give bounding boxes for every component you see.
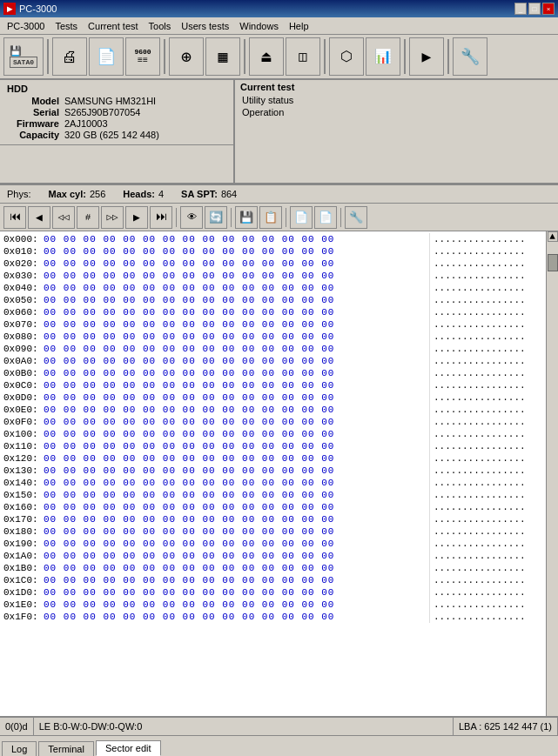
hex-ascii[interactable]: ................ [429, 440, 542, 452]
eject-button[interactable]: ⏏ [249, 37, 284, 76]
hex-bytes[interactable]: 00 00 00 00 00 00 00 00 00 00 00 00 00 0… [44, 562, 429, 574]
prev-button[interactable]: ◁◁ [52, 206, 75, 229]
hex-bytes[interactable]: 00 00 00 00 00 00 00 00 00 00 00 00 00 0… [44, 611, 429, 623]
refresh-button[interactable]: 🔄 [205, 206, 227, 229]
hex-ascii[interactable]: ................ [429, 550, 542, 562]
hex-bytes[interactable]: 00 00 00 00 00 00 00 00 00 00 00 00 00 0… [44, 550, 429, 562]
target-button[interactable]: ⊕ [169, 37, 204, 76]
hex-bytes[interactable]: 00 00 00 00 00 00 00 00 00 00 00 00 00 0… [44, 501, 429, 513]
hex-row[interactable]: 0x1B0: 00 00 00 00 00 00 00 00 00 00 00 … [3, 562, 542, 574]
hex-bytes[interactable]: 00 00 00 00 00 00 00 00 00 00 00 00 00 0… [44, 574, 429, 586]
hex-row[interactable]: 0x160: 00 00 00 00 00 00 00 00 00 00 00 … [3, 501, 542, 513]
close-button[interactable]: × [542, 3, 555, 15]
next-sector-button[interactable]: ▶ [125, 206, 148, 229]
hex-row[interactable]: 0x010: 00 00 00 00 00 00 00 00 00 00 00 … [3, 245, 542, 258]
hex-row[interactable]: 0x090: 00 00 00 00 00 00 00 00 00 00 00 … [3, 343, 542, 355]
hex-row[interactable]: 0x000: 00 00 00 00 00 00 00 00 00 00 00 … [3, 233, 542, 245]
hex-ascii[interactable]: ................ [429, 586, 542, 599]
scrollbar[interactable]: ▲ [546, 231, 558, 716]
hex-ascii[interactable]: ................ [429, 599, 542, 611]
hex-bytes[interactable]: 00 00 00 00 00 00 00 00 00 00 00 00 00 0… [44, 599, 429, 611]
hex-bytes[interactable]: 00 00 00 00 00 00 00 00 00 00 00 00 00 0… [44, 391, 429, 404]
hex-row[interactable]: 0x120: 00 00 00 00 00 00 00 00 00 00 00 … [3, 452, 542, 465]
goto-start-button[interactable]: ⏮ [3, 206, 26, 229]
menu-windows[interactable]: Windows [234, 19, 284, 33]
hex-row[interactable]: 0x130: 00 00 00 00 00 00 00 00 00 00 00 … [3, 465, 542, 477]
tab-sector-edit[interactable]: Sector edit [96, 740, 161, 756]
hex-ascii[interactable]: ................ [429, 233, 542, 245]
hex-bytes[interactable]: 00 00 00 00 00 00 00 00 00 00 00 00 00 0… [44, 404, 429, 416]
hex-ascii[interactable]: ................ [429, 452, 542, 465]
hex-row[interactable]: 0x0F0: 00 00 00 00 00 00 00 00 00 00 00 … [3, 416, 542, 428]
next-button[interactable]: ▷▷ [101, 206, 124, 229]
hex-bytes[interactable]: 00 00 00 00 00 00 00 00 00 00 00 00 00 0… [44, 513, 429, 525]
maximize-button[interactable]: □ [528, 3, 541, 15]
wrench-button[interactable]: 🔧 [453, 37, 487, 76]
hex-content[interactable]: 0x000: 00 00 00 00 00 00 00 00 00 00 00 … [0, 231, 546, 716]
tab-terminal[interactable]: Terminal [38, 741, 94, 756]
hex-ascii[interactable]: ................ [429, 270, 542, 282]
hex-ascii[interactable]: ................ [429, 525, 542, 538]
hex-ascii[interactable]: ................ [429, 282, 542, 294]
menu-current-test[interactable]: Current test [83, 19, 143, 33]
menu-help[interactable]: Help [284, 19, 314, 33]
print-button[interactable]: 🖨 [52, 37, 87, 76]
hex-ascii[interactable]: ................ [429, 258, 542, 270]
hex-ascii[interactable]: ................ [429, 489, 542, 501]
hex-row[interactable]: 0x0D0: 00 00 00 00 00 00 00 00 00 00 00 … [3, 391, 542, 404]
hex-bytes[interactable]: 00 00 00 00 00 00 00 00 00 00 00 00 00 0… [44, 306, 429, 318]
hex-row[interactable]: 0x190: 00 00 00 00 00 00 00 00 00 00 00 … [3, 538, 542, 550]
hex-ascii[interactable]: ................ [429, 404, 542, 416]
hex-ascii[interactable]: ................ [429, 245, 542, 258]
goto-end-button[interactable]: ⏭ [150, 206, 172, 229]
hex-row[interactable]: 0x180: 00 00 00 00 00 00 00 00 00 00 00 … [3, 525, 542, 538]
minimize-button[interactable]: _ [514, 3, 527, 15]
hex-ascii[interactable]: ................ [429, 428, 542, 440]
menu-pc3000[interactable]: PC-3000 [2, 19, 50, 33]
grid-button[interactable]: ▦ [205, 37, 240, 76]
hex-ascii[interactable]: ................ [429, 501, 542, 513]
hex-editor[interactable]: 0x000: 00 00 00 00 00 00 00 00 00 00 00 … [0, 231, 558, 716]
hex-ascii[interactable]: ................ [429, 416, 542, 428]
hex-bytes[interactable]: 00 00 00 00 00 00 00 00 00 00 00 00 00 0… [44, 294, 429, 306]
hex-bytes[interactable]: 00 00 00 00 00 00 00 00 00 00 00 00 00 0… [44, 538, 429, 550]
save-button[interactable]: 💾 [235, 206, 258, 229]
copy-button[interactable]: 📋 [259, 206, 282, 229]
hex-row[interactable]: 0x080: 00 00 00 00 00 00 00 00 00 00 00 … [3, 331, 542, 343]
hex-ascii[interactable]: ................ [429, 294, 542, 306]
prev-sector-button[interactable]: ◀ [28, 206, 50, 229]
hex-ascii[interactable]: ................ [429, 391, 542, 404]
hex-bytes[interactable]: 00 00 00 00 00 00 00 00 00 00 00 00 00 0… [44, 452, 429, 465]
hex-bytes[interactable]: 00 00 00 00 00 00 00 00 00 00 00 00 00 0… [44, 525, 429, 538]
hex-row[interactable]: 0x110: 00 00 00 00 00 00 00 00 00 00 00 … [3, 440, 542, 452]
hex-row[interactable]: 0x1E0: 00 00 00 00 00 00 00 00 00 00 00 … [3, 599, 542, 611]
hex-bytes[interactable]: 00 00 00 00 00 00 00 00 00 00 00 00 00 0… [44, 318, 429, 331]
hex-row[interactable]: 0x040: 00 00 00 00 00 00 00 00 00 00 00 … [3, 282, 542, 294]
hex-row[interactable]: 0x0C0: 00 00 00 00 00 00 00 00 00 00 00 … [3, 379, 542, 391]
hex-bytes[interactable]: 00 00 00 00 00 00 00 00 00 00 00 00 00 0… [44, 270, 429, 282]
hex-ascii[interactable]: ................ [429, 379, 542, 391]
page-button[interactable]: 📄 [89, 37, 124, 76]
scroll-thumb[interactable] [548, 254, 558, 271]
hex-row[interactable]: 0x140: 00 00 00 00 00 00 00 00 00 00 00 … [3, 477, 542, 489]
hex-ascii[interactable]: ................ [429, 306, 542, 318]
page2-button[interactable]: 📄 [314, 206, 337, 229]
hex-row[interactable]: 0x020: 00 00 00 00 00 00 00 00 00 00 00 … [3, 258, 542, 270]
tab-log[interactable]: Log [2, 741, 37, 756]
hex-row[interactable]: 0x050: 00 00 00 00 00 00 00 00 00 00 00 … [3, 294, 542, 306]
hex-row[interactable]: 0x150: 00 00 00 00 00 00 00 00 00 00 00 … [3, 489, 542, 501]
hex-row[interactable]: 0x1D0: 00 00 00 00 00 00 00 00 00 00 00 … [3, 586, 542, 599]
window-button[interactable]: ◫ [286, 37, 320, 76]
hex-bytes[interactable]: 00 00 00 00 00 00 00 00 00 00 00 00 00 0… [44, 428, 429, 440]
hex-button[interactable]: ⬡ [329, 37, 364, 76]
hex-ascii[interactable]: ................ [429, 477, 542, 489]
hex-bytes[interactable]: 00 00 00 00 00 00 00 00 00 00 00 00 00 0… [44, 245, 429, 258]
hex-ascii[interactable]: ................ [429, 367, 542, 379]
hex-row[interactable]: 0x170: 00 00 00 00 00 00 00 00 00 00 00 … [3, 513, 542, 525]
tools-button[interactable]: 🔧 [345, 206, 367, 229]
hex-row[interactable]: 0x0E0: 00 00 00 00 00 00 00 00 00 00 00 … [3, 404, 542, 416]
chart-button[interactable]: 📊 [366, 37, 400, 76]
view-button[interactable]: 👁 [180, 206, 203, 229]
hex-bytes[interactable]: 00 00 00 00 00 00 00 00 00 00 00 00 00 0… [44, 355, 429, 367]
hex-bytes[interactable]: 00 00 00 00 00 00 00 00 00 00 00 00 00 0… [44, 440, 429, 452]
